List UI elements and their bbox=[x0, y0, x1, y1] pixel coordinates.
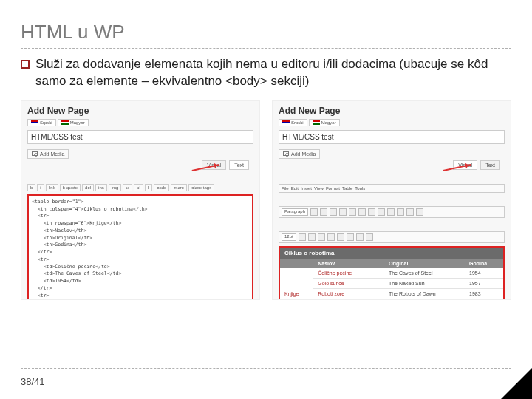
flag-hu-icon bbox=[313, 120, 320, 125]
tab-text-right[interactable]: Text bbox=[480, 160, 500, 170]
toolbar-btn[interactable]: link bbox=[46, 184, 58, 191]
table-header-row: Naslov Original Godina bbox=[280, 259, 503, 268]
tab-text-left[interactable]: Text bbox=[229, 160, 249, 170]
quote-icon[interactable] bbox=[358, 208, 366, 216]
table-row: Knjige Čelične pećine The Caves of Steel… bbox=[280, 268, 503, 279]
mce-para-select[interactable]: Paragraph bbox=[282, 208, 308, 216]
html-code-area[interactable]: <table border="1"> <th colspan="4">Ciklu… bbox=[27, 194, 253, 300]
add-media-button-left[interactable]: Add Media bbox=[27, 149, 69, 159]
data-table: Naslov Original Godina Knjige Čelične pe… bbox=[280, 259, 503, 300]
cell-original: Robots and Empire bbox=[384, 299, 465, 300]
clear-format-icon[interactable] bbox=[308, 233, 316, 241]
lang-tab-srpski-r[interactable]: Srpski bbox=[279, 119, 307, 126]
tinymce-menubar: File Edit Insert View Format Table Tools bbox=[279, 184, 505, 193]
add-media-label: Add Media bbox=[40, 151, 64, 157]
mce-menu-format[interactable]: Format bbox=[326, 186, 340, 191]
mce-menu-file[interactable]: File bbox=[282, 186, 289, 191]
divider-bottom bbox=[21, 368, 511, 369]
cell-title: Golo sunce bbox=[313, 278, 384, 288]
table-row: Golo sunce The Naked Sun 1957 bbox=[280, 278, 503, 288]
undo-icon[interactable] bbox=[347, 233, 354, 241]
toolbar-btn[interactable]: more bbox=[171, 184, 187, 191]
toolbar-btn[interactable]: code bbox=[154, 184, 169, 191]
cell-original: The Naked Sun bbox=[384, 278, 465, 288]
mce-menu-insert[interactable]: Insert bbox=[301, 186, 312, 191]
left-screenshot: Add New Page Srpski Magyar HTML/CSS test… bbox=[21, 100, 260, 300]
toolbar-btn[interactable]: close tags bbox=[188, 184, 214, 191]
bold-icon[interactable] bbox=[310, 208, 318, 216]
editor-mode-tabs-left: Visual Text bbox=[202, 160, 249, 170]
toolbar-btn[interactable]: li bbox=[145, 184, 153, 191]
add-media-button-right[interactable]: Add Media bbox=[279, 149, 320, 159]
lang-tab-magyar-r[interactable]: Magyar bbox=[309, 119, 340, 126]
lang-tab-srpski[interactable]: Srpski bbox=[27, 119, 56, 126]
lang-label-magyar-r: Magyar bbox=[321, 120, 336, 125]
editor-mode-tabs-right: Visual Text bbox=[453, 160, 500, 170]
right-screenshot: Add New Page Srpski Magyar HTML/CSS test… bbox=[272, 100, 511, 300]
toolbar-btn[interactable]: b bbox=[27, 184, 35, 191]
bullet-text: Služi za dodavanje elemenata kojih nema … bbox=[35, 56, 511, 90]
list-ol-icon[interactable] bbox=[349, 208, 356, 216]
rendered-table-area: Ciklus o robotima Naslov Original Godina… bbox=[279, 246, 505, 300]
toolbar-btn[interactable]: b-quote bbox=[60, 184, 81, 191]
post-title-input-right[interactable]: HTML/CSS test bbox=[279, 130, 505, 144]
special-char-icon[interactable] bbox=[318, 233, 325, 241]
table-row: Roboti i Carstvo Robots and Empire 1985 bbox=[280, 299, 503, 300]
mce-menu-tools[interactable]: Tools bbox=[355, 186, 365, 191]
list-ul-icon[interactable] bbox=[339, 208, 347, 216]
th-rowlabel bbox=[280, 259, 313, 268]
th-godina: Godina bbox=[465, 259, 503, 268]
wp-heading-right: Add New Page bbox=[273, 101, 511, 117]
divider-top bbox=[21, 48, 511, 49]
slide-title: HTML u WP bbox=[21, 21, 511, 44]
bullet-item: Služi za dodavanje elemenata kojih nema … bbox=[21, 56, 511, 90]
underline-icon[interactable] bbox=[330, 208, 337, 216]
link-icon[interactable] bbox=[397, 208, 404, 216]
toolbar-btn[interactable]: ins bbox=[95, 184, 107, 191]
mce-size-select[interactable]: 12pt bbox=[282, 233, 296, 241]
cell-original: The Robots of Dawn bbox=[384, 288, 465, 299]
toolbar-btn[interactable]: del bbox=[82, 184, 94, 191]
align-right-icon[interactable] bbox=[387, 208, 395, 216]
camera-icon bbox=[283, 151, 289, 156]
mce-menu-edit[interactable]: Edit bbox=[291, 186, 299, 191]
unlink-icon[interactable] bbox=[406, 208, 414, 216]
cell-title: Roboti i Carstvo bbox=[313, 299, 384, 300]
th-naslov: Naslov bbox=[313, 259, 384, 268]
cell-year: 1983 bbox=[465, 288, 503, 299]
mce-menu-table[interactable]: Table bbox=[342, 186, 352, 191]
corner-triangle-icon bbox=[501, 368, 532, 399]
toolbar-btn[interactable]: ol bbox=[134, 184, 143, 191]
cell-original: The Caves of Steel bbox=[384, 268, 465, 279]
lang-tab-magyar[interactable]: Magyar bbox=[58, 119, 89, 126]
help-icon[interactable] bbox=[366, 233, 373, 241]
redo-icon[interactable] bbox=[356, 233, 364, 241]
toolbar-btn[interactable]: i bbox=[37, 184, 44, 191]
cell-year: 1985 bbox=[465, 299, 503, 300]
flag-hu-icon bbox=[61, 120, 69, 125]
italic-icon[interactable] bbox=[320, 208, 327, 216]
add-media-label-r: Add Media bbox=[291, 151, 316, 157]
lang-label-magyar: Magyar bbox=[70, 120, 85, 125]
bullet-icon bbox=[21, 60, 30, 69]
footer: 38/41 bbox=[21, 365, 511, 387]
align-left-icon[interactable] bbox=[368, 208, 375, 216]
tinymce-toolbar2: 12pt bbox=[279, 231, 505, 243]
table-row: Roboti zore The Robots of Dawn 1983 bbox=[280, 288, 503, 299]
lang-label-srpski-r: Srpski bbox=[291, 120, 304, 125]
more-icon[interactable] bbox=[416, 208, 423, 216]
text-color-icon[interactable] bbox=[299, 233, 306, 241]
flag-rs-icon bbox=[282, 120, 290, 125]
th-original: Original bbox=[384, 259, 465, 268]
indent-icon[interactable] bbox=[337, 233, 344, 241]
lang-label-srpski: Srpski bbox=[40, 120, 52, 125]
mce-menu-view[interactable]: View bbox=[314, 186, 324, 191]
post-title-input-left[interactable]: HTML/CSS test bbox=[27, 130, 253, 144]
tinymce-toolbar1: Paragraph bbox=[279, 206, 505, 218]
lang-tabs-left: Srpski Magyar bbox=[21, 117, 259, 128]
toolbar-btn[interactable]: ul bbox=[123, 184, 132, 191]
toolbar-btn[interactable]: img bbox=[109, 184, 122, 191]
screenshot-pair: Add New Page Srpski Magyar HTML/CSS test… bbox=[21, 100, 511, 300]
outdent-icon[interactable] bbox=[327, 233, 335, 241]
align-center-icon[interactable] bbox=[378, 208, 385, 216]
